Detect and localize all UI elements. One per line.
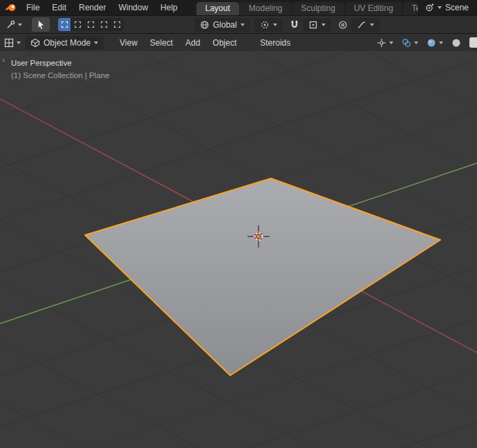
- chevron-down-icon: [94, 41, 98, 44]
- topbar-menus: File Edit Render Window Help: [20, 0, 184, 15]
- select-new-icon: [62, 21, 68, 28]
- chevron-down-icon: [241, 24, 245, 26]
- menu-steroids[interactable]: Steroids: [254, 34, 297, 52]
- chevron-down-icon: [273, 24, 277, 26]
- orientation-label: Global: [213, 20, 237, 30]
- chevron-down-icon: [389, 41, 393, 44]
- tool-settings-icon: [6, 20, 15, 30]
- editor-type-button[interactable]: [4, 38, 21, 48]
- proportional-editing-toggle[interactable]: [338, 20, 348, 30]
- chevron-down-icon: [321, 24, 326, 26]
- workspace-tabs: Layout Modeling Sculpting UV Editing Tex…: [196, 0, 418, 15]
- scene-icon[interactable]: [424, 3, 434, 12]
- proportional-falloff-dropdown[interactable]: [351, 18, 380, 32]
- snap-target-icon: [308, 20, 318, 30]
- select-mode-intersect-button[interactable]: [111, 18, 124, 31]
- tab-layout[interactable]: Layout: [196, 2, 239, 15]
- viewport-header: Object Mode View Select Add Object Stero…: [0, 33, 477, 51]
- overlays-dropdown[interactable]: [402, 38, 418, 48]
- toolbar-expand-arrow-icon[interactable]: ›: [2, 55, 5, 65]
- chevron-down-icon[interactable]: [438, 6, 442, 9]
- select-subtract-icon: [88, 21, 94, 28]
- clipped-header-button[interactable]: [469, 37, 477, 48]
- pivot-icon: [260, 20, 270, 30]
- tab-modeling[interactable]: Modeling: [240, 2, 292, 15]
- viewport-header-right: [377, 37, 473, 48]
- chevron-down-icon: [439, 41, 443, 44]
- shading-dropdown[interactable]: [427, 38, 443, 48]
- menu-select[interactable]: Select: [144, 34, 179, 52]
- chevron-down-icon: [17, 41, 21, 44]
- magnet-icon: [290, 20, 299, 30]
- globe-icon: [200, 20, 209, 30]
- active-tool-button[interactable]: [32, 17, 50, 32]
- chevron-down-icon: [370, 24, 374, 26]
- select-extend-icon: [75, 21, 81, 28]
- menu-object[interactable]: Object: [207, 34, 243, 52]
- select-invert-icon: [101, 21, 107, 28]
- blender-logo-icon[interactable]: [6, 2, 17, 13]
- scene-selector: Scene: [418, 0, 477, 15]
- object-mode-icon: [30, 38, 40, 48]
- tab-sculpting[interactable]: Sculpting: [292, 2, 344, 15]
- select-intersect-icon: [114, 21, 120, 28]
- menu-window[interactable]: Window: [112, 0, 154, 15]
- tab-uv-editing[interactable]: UV Editing: [345, 2, 402, 15]
- gizmo-icon: [377, 38, 386, 48]
- proportional-icon: [338, 20, 348, 30]
- select-mode-invert-button[interactable]: [97, 18, 111, 31]
- viewport-editor-icon: [4, 38, 14, 48]
- snap-settings-dropdown[interactable]: [303, 18, 331, 32]
- tool-settings-bar: Global: [0, 15, 477, 33]
- orientation-dropdown[interactable]: Global: [194, 18, 250, 32]
- chevron-down-icon: [414, 41, 418, 44]
- object-mode-dropdown[interactable]: Object Mode: [25, 36, 104, 50]
- snap-toggle-button[interactable]: [290, 20, 299, 30]
- tab-texture-paint[interactable]: Texture Pa: [403, 2, 418, 15]
- overlays-icon: [402, 38, 411, 48]
- menu-render[interactable]: Render: [73, 0, 112, 15]
- tool-settings-editor-button[interactable]: [6, 20, 22, 30]
- menu-help[interactable]: Help: [154, 0, 184, 15]
- menu-add[interactable]: Add: [179, 34, 206, 52]
- menu-view[interactable]: View: [113, 34, 144, 52]
- scene-name[interactable]: Scene: [445, 3, 469, 12]
- shading-sphere-icon: [427, 38, 436, 48]
- pivot-point-dropdown[interactable]: [254, 18, 283, 32]
- select-mode-new-button[interactable]: [58, 18, 71, 31]
- shading-mode-icon[interactable]: [451, 38, 461, 48]
- object-origin-icon: [256, 234, 260, 238]
- cursor-select-icon: [36, 20, 46, 30]
- topbar: File Edit Render Window Help Layout Mode…: [0, 0, 477, 15]
- viewport-menus: View Select Add Object Steroids: [113, 34, 297, 52]
- viewport-3d[interactable]: › User Perspective (1) Scene Collection …: [0, 51, 477, 448]
- select-mode-extend-button[interactable]: [71, 18, 84, 31]
- mode-label: Object Mode: [44, 38, 91, 48]
- select-mode-subtract-button[interactable]: [84, 18, 97, 31]
- menu-file[interactable]: File: [20, 0, 46, 15]
- menu-edit[interactable]: Edit: [46, 0, 73, 15]
- chevron-down-icon: [18, 24, 22, 26]
- gizmos-dropdown[interactable]: [377, 38, 393, 48]
- select-mode-group: [58, 18, 124, 31]
- falloff-curve-icon: [357, 20, 366, 30]
